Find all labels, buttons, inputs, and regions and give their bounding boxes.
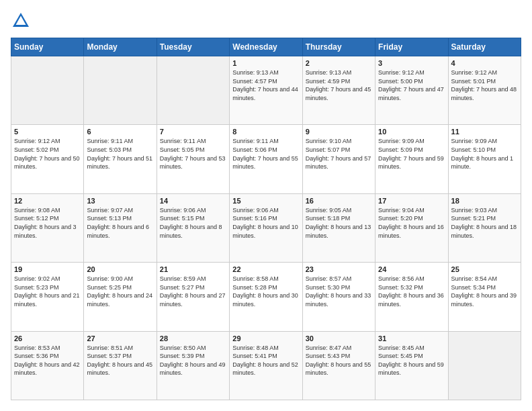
day-info: Sunrise: 8:47 AM Sunset: 5:43 PM Dayligh… <box>306 344 372 377</box>
day-info: Sunrise: 8:59 AM Sunset: 5:27 PM Dayligh… <box>160 275 226 308</box>
calendar-week-row: 26Sunrise: 8:53 AM Sunset: 5:36 PM Dayli… <box>11 331 521 400</box>
day-number: 30 <box>306 334 372 342</box>
calendar-cell: 16Sunrise: 9:05 AM Sunset: 5:18 PM Dayli… <box>302 193 375 262</box>
day-info: Sunrise: 9:12 AM Sunset: 5:00 PM Dayligh… <box>378 68 445 102</box>
day-number: 26 <box>14 334 81 342</box>
day-number: 22 <box>232 265 299 273</box>
calendar-cell: 26Sunrise: 8:53 AM Sunset: 5:36 PM Dayli… <box>11 331 84 400</box>
day-number: 31 <box>378 334 445 342</box>
calendar-header-monday: Monday <box>84 38 157 56</box>
calendar-cell: 14Sunrise: 9:06 AM Sunset: 5:15 PM Dayli… <box>157 193 229 262</box>
day-number: 10 <box>378 128 445 136</box>
day-info: Sunrise: 8:53 AM Sunset: 5:36 PM Dayligh… <box>14 344 81 377</box>
day-info: Sunrise: 8:56 AM Sunset: 5:32 PM Dayligh… <box>378 275 445 308</box>
day-info: Sunrise: 8:58 AM Sunset: 5:28 PM Dayligh… <box>232 275 299 308</box>
day-info: Sunrise: 9:11 AM Sunset: 5:03 PM Dayligh… <box>87 137 153 171</box>
calendar-cell: 25Sunrise: 8:54 AM Sunset: 5:34 PM Dayli… <box>448 263 521 331</box>
calendar-cell: 22Sunrise: 8:58 AM Sunset: 5:28 PM Dayli… <box>230 263 302 331</box>
calendar-cell: 9Sunrise: 9:10 AM Sunset: 5:07 PM Daylig… <box>302 125 375 193</box>
day-info: Sunrise: 9:13 AM Sunset: 4:57 PM Dayligh… <box>232 68 299 102</box>
day-number: 29 <box>232 334 299 342</box>
day-info: Sunrise: 8:50 AM Sunset: 5:39 PM Dayligh… <box>160 344 226 377</box>
day-number: 2 <box>306 59 372 67</box>
logo-icon <box>11 11 31 31</box>
day-info: Sunrise: 9:09 AM Sunset: 5:10 PM Dayligh… <box>451 137 518 171</box>
day-info: Sunrise: 9:05 AM Sunset: 5:18 PM Dayligh… <box>306 206 372 240</box>
day-number: 24 <box>378 265 445 273</box>
calendar-header-friday: Friday <box>375 38 448 56</box>
day-info: Sunrise: 9:12 AM Sunset: 5:02 PM Dayligh… <box>14 137 81 171</box>
day-info: Sunrise: 9:10 AM Sunset: 5:07 PM Dayligh… <box>306 137 372 171</box>
calendar-cell: 19Sunrise: 9:02 AM Sunset: 5:23 PM Dayli… <box>11 263 84 331</box>
calendar-cell <box>448 331 521 400</box>
calendar-cell: 12Sunrise: 9:08 AM Sunset: 5:12 PM Dayli… <box>11 193 84 262</box>
day-info: Sunrise: 8:57 AM Sunset: 5:30 PM Dayligh… <box>306 275 372 308</box>
calendar-cell: 20Sunrise: 9:00 AM Sunset: 5:25 PM Dayli… <box>84 263 157 331</box>
calendar-cell: 24Sunrise: 8:56 AM Sunset: 5:32 PM Dayli… <box>375 263 448 331</box>
calendar-cell: 7Sunrise: 9:11 AM Sunset: 5:05 PM Daylig… <box>157 125 229 193</box>
day-info: Sunrise: 8:48 AM Sunset: 5:41 PM Dayligh… <box>232 344 299 377</box>
calendar-week-row: 1Sunrise: 9:13 AM Sunset: 4:57 PM Daylig… <box>11 56 521 125</box>
calendar-cell: 2Sunrise: 9:13 AM Sunset: 4:59 PM Daylig… <box>302 56 375 125</box>
calendar-header-sunday: Sunday <box>11 38 84 56</box>
day-number: 3 <box>378 59 445 67</box>
calendar-week-row: 19Sunrise: 9:02 AM Sunset: 5:23 PM Dayli… <box>11 263 521 331</box>
day-info: Sunrise: 8:45 AM Sunset: 5:45 PM Dayligh… <box>378 344 445 377</box>
calendar-cell: 3Sunrise: 9:12 AM Sunset: 5:00 PM Daylig… <box>375 56 448 125</box>
calendar-cell: 27Sunrise: 8:51 AM Sunset: 5:37 PM Dayli… <box>84 331 157 400</box>
day-info: Sunrise: 9:12 AM Sunset: 5:01 PM Dayligh… <box>451 68 518 102</box>
day-number: 12 <box>14 197 81 205</box>
calendar-cell: 28Sunrise: 8:50 AM Sunset: 5:39 PM Dayli… <box>157 331 229 400</box>
day-number: 11 <box>451 128 518 136</box>
calendar-week-row: 12Sunrise: 9:08 AM Sunset: 5:12 PM Dayli… <box>11 193 521 262</box>
day-info: Sunrise: 9:11 AM Sunset: 5:05 PM Dayligh… <box>160 137 226 171</box>
day-info: Sunrise: 9:04 AM Sunset: 5:20 PM Dayligh… <box>378 206 445 240</box>
calendar-cell: 1Sunrise: 9:13 AM Sunset: 4:57 PM Daylig… <box>230 56 302 125</box>
day-number: 18 <box>451 197 518 205</box>
day-number: 28 <box>160 334 226 342</box>
calendar-cell: 30Sunrise: 8:47 AM Sunset: 5:43 PM Dayli… <box>302 331 375 400</box>
calendar-header-wednesday: Wednesday <box>230 38 302 56</box>
calendar-cell: 17Sunrise: 9:04 AM Sunset: 5:20 PM Dayli… <box>375 193 448 262</box>
calendar-header-saturday: Saturday <box>448 38 521 56</box>
day-number: 14 <box>160 197 226 205</box>
day-number: 4 <box>451 59 518 67</box>
calendar-header-tuesday: Tuesday <box>157 38 229 56</box>
day-number: 7 <box>160 128 226 136</box>
day-number: 1 <box>232 59 299 67</box>
page: SundayMondayTuesdayWednesdayThursdayFrid… <box>0 0 532 411</box>
day-number: 8 <box>232 128 299 136</box>
day-info: Sunrise: 9:09 AM Sunset: 5:09 PM Dayligh… <box>378 137 445 171</box>
calendar-cell: 31Sunrise: 8:45 AM Sunset: 5:45 PM Dayli… <box>375 331 448 400</box>
calendar-header-row: SundayMondayTuesdayWednesdayThursdayFrid… <box>11 38 521 56</box>
day-info: Sunrise: 8:51 AM Sunset: 5:37 PM Dayligh… <box>87 344 153 377</box>
day-info: Sunrise: 9:06 AM Sunset: 5:15 PM Dayligh… <box>160 206 226 240</box>
calendar-cell: 11Sunrise: 9:09 AM Sunset: 5:10 PM Dayli… <box>448 125 521 193</box>
day-info: Sunrise: 9:08 AM Sunset: 5:12 PM Dayligh… <box>14 206 81 240</box>
day-number: 15 <box>232 197 299 205</box>
calendar-cell <box>157 56 229 125</box>
calendar-cell: 18Sunrise: 9:03 AM Sunset: 5:21 PM Dayli… <box>448 193 521 262</box>
day-info: Sunrise: 9:11 AM Sunset: 5:06 PM Dayligh… <box>232 137 299 171</box>
day-number: 6 <box>87 128 153 136</box>
day-number: 17 <box>378 197 445 205</box>
calendar-cell: 15Sunrise: 9:06 AM Sunset: 5:16 PM Dayli… <box>230 193 302 262</box>
calendar-cell: 10Sunrise: 9:09 AM Sunset: 5:09 PM Dayli… <box>375 125 448 193</box>
calendar-week-row: 5Sunrise: 9:12 AM Sunset: 5:02 PM Daylig… <box>11 125 521 193</box>
day-number: 13 <box>87 197 153 205</box>
calendar-cell <box>11 56 84 125</box>
day-info: Sunrise: 9:13 AM Sunset: 4:59 PM Dayligh… <box>306 68 372 102</box>
calendar-cell: 8Sunrise: 9:11 AM Sunset: 5:06 PM Daylig… <box>230 125 302 193</box>
day-info: Sunrise: 9:07 AM Sunset: 5:13 PM Dayligh… <box>87 206 153 240</box>
day-number: 27 <box>87 334 153 342</box>
day-number: 20 <box>87 265 153 273</box>
calendar-cell: 23Sunrise: 8:57 AM Sunset: 5:30 PM Dayli… <box>302 263 375 331</box>
day-info: Sunrise: 9:06 AM Sunset: 5:16 PM Dayligh… <box>232 206 299 240</box>
day-number: 21 <box>160 265 226 273</box>
day-info: Sunrise: 9:03 AM Sunset: 5:21 PM Dayligh… <box>451 206 518 240</box>
calendar-cell: 4Sunrise: 9:12 AM Sunset: 5:01 PM Daylig… <box>448 56 521 125</box>
day-number: 5 <box>14 128 81 136</box>
day-number: 16 <box>306 197 372 205</box>
calendar-cell: 6Sunrise: 9:11 AM Sunset: 5:03 PM Daylig… <box>84 125 157 193</box>
day-number: 23 <box>306 265 372 273</box>
